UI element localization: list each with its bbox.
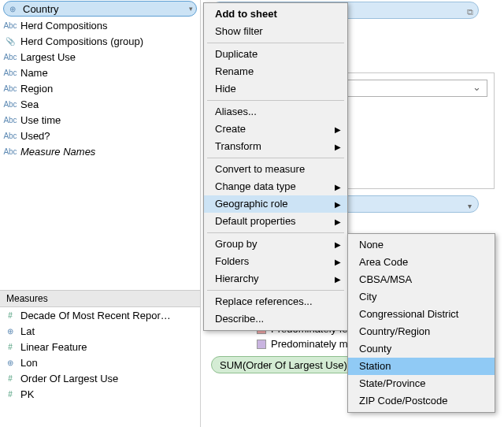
dimension-field[interactable]: ⊕Country▾ <box>3 1 197 17</box>
number-icon: # <box>3 390 17 399</box>
field-label: Herd Compositions <box>20 20 108 32</box>
field-label: Used? <box>20 130 50 142</box>
measure-field[interactable]: ⊕Lat <box>0 323 200 339</box>
menu-item-label: Create <box>215 123 246 135</box>
submenu-item[interactable]: ZIP Code/Postcode <box>348 392 495 410</box>
submenu-item[interactable]: None <box>348 236 495 254</box>
field-label: Use time <box>20 114 61 126</box>
number-icon: # <box>3 343 17 351</box>
menu-item-label: Replace references... <box>215 295 313 307</box>
menu-item-label: Add to sheet <box>215 8 277 20</box>
dimension-field[interactable]: 📎Herd Compositions (group) <box>0 33 200 49</box>
pill-label: SUM(Order Of Largest Use) <box>220 359 347 371</box>
menu-item[interactable]: Group by▶ <box>204 236 347 253</box>
menu-separator <box>207 290 344 291</box>
menu-item-label: Duplicate <box>215 48 258 60</box>
text-icon: Abc <box>3 53 17 61</box>
submenu-arrow-icon: ▶ <box>335 239 341 251</box>
menu-item[interactable]: Rename <box>204 63 347 80</box>
dimension-field[interactable]: AbcLargest Use <box>0 49 200 65</box>
globe-icon: ⊕ <box>3 327 17 336</box>
dimension-field[interactable]: AbcSea <box>0 96 200 112</box>
menu-item[interactable]: Describe... <box>204 310 347 328</box>
menu-item-label: Convert to measure <box>215 163 305 175</box>
text-icon: Abc <box>3 147 17 156</box>
menu-item[interactable]: Replace references... <box>204 293 347 310</box>
dimension-field[interactable]: AbcHerd Compositions <box>0 17 200 33</box>
dimension-field[interactable]: AbcUse time <box>0 112 200 128</box>
measure-field[interactable]: #Decade Of Most Recent Repor… <box>0 307 200 323</box>
submenu-item[interactable]: Station <box>348 358 495 375</box>
field-label: Measure Names <box>20 146 95 158</box>
submenu-item-label: None <box>359 239 384 251</box>
geographic-role-submenu: NoneArea CodeCBSA/MSACityCongressional D… <box>347 233 495 413</box>
text-icon: Abc <box>3 21 17 30</box>
menu-item-label: Geographic role <box>215 198 288 210</box>
menu-item-label: Transform <box>215 140 261 152</box>
menu-item[interactable]: Aliases... <box>204 103 347 121</box>
text-icon: Abc <box>3 132 17 140</box>
chevron-down-icon: ▾ <box>468 199 472 213</box>
menu-item: Folders▶ <box>204 253 347 270</box>
menu-item[interactable]: Transform▶ <box>204 138 347 155</box>
submenu-item[interactable]: Congressional District <box>348 306 495 323</box>
dimension-field[interactable]: AbcRegion <box>0 80 200 96</box>
field-label: Region <box>20 83 53 95</box>
submenu-item-label: ZIP Code/Postcode <box>359 395 448 407</box>
context-menu: Add to sheetShow filterDuplicateRenameHi… <box>203 2 348 331</box>
menu-item[interactable]: Geographic role▶ <box>204 195 347 213</box>
submenu-arrow-icon: ▶ <box>335 124 341 136</box>
submenu-item[interactable]: City <box>348 288 495 306</box>
legend-swatch <box>257 340 266 349</box>
menu-item[interactable]: Add to sheet <box>204 6 347 23</box>
measures-header: Measures <box>0 290 200 307</box>
menu-item[interactable]: Change data type▶ <box>204 178 347 195</box>
group-icon: 📎 <box>3 37 17 46</box>
field-label: PK <box>20 388 34 400</box>
field-label: Order Of Largest Use <box>20 373 118 384</box>
measure-field[interactable]: #Order Of Largest Use <box>0 370 200 386</box>
submenu-item-label: Congressional District <box>359 308 458 320</box>
submenu-item[interactable]: CBSA/MSA <box>348 271 495 288</box>
link-icon: ⧉ <box>467 6 473 19</box>
submenu-item[interactable]: State/Province <box>348 375 495 392</box>
menu-separator <box>207 232 344 233</box>
text-icon: Abc <box>3 116 17 124</box>
dimension-field[interactable]: AbcMeasure Names <box>0 143 200 159</box>
chevron-down-icon: ▾ <box>189 5 193 13</box>
field-label: Largest Use <box>20 51 76 63</box>
menu-item[interactable]: Default properties▶ <box>204 213 347 230</box>
submenu-item-label: Area Code <box>359 256 408 268</box>
globe-icon: ⊕ <box>3 358 17 367</box>
menu-item[interactable]: Show filter <box>204 23 347 40</box>
submenu-item-label: Country/Region <box>359 325 430 337</box>
submenu-item-label: CBSA/MSA <box>359 273 412 285</box>
submenu-arrow-icon: ▶ <box>335 216 341 228</box>
submenu-item[interactable]: Area Code <box>348 254 495 271</box>
submenu-item[interactable]: County <box>348 340 495 358</box>
menu-item[interactable]: Hide <box>204 80 347 98</box>
submenu-item[interactable]: Country/Region <box>348 323 495 340</box>
submenu-item-label: County <box>359 343 391 355</box>
menu-item[interactable]: Hierarchy▶ <box>204 270 347 288</box>
measure-field[interactable]: #Linear Feature <box>0 339 200 355</box>
menu-item[interactable]: Convert to measure <box>204 161 347 178</box>
text-icon: Abc <box>3 84 17 93</box>
menu-item-label: Rename <box>215 65 254 77</box>
measure-field[interactable]: ⊕Lon <box>0 355 200 370</box>
field-label: Sea <box>20 98 39 110</box>
submenu-arrow-icon: ▶ <box>335 199 341 211</box>
menu-item[interactable]: Duplicate <box>204 46 347 63</box>
field-label: Decade Of Most Recent Repor… <box>20 310 171 321</box>
menu-separator <box>207 43 344 43</box>
text-icon: Abc <box>3 69 17 77</box>
dimension-field[interactable]: AbcName <box>0 65 200 80</box>
menu-item-label: Change data type <box>215 180 296 192</box>
measure-field[interactable]: #PK <box>0 386 200 402</box>
dimension-field[interactable]: AbcUsed? <box>0 128 200 143</box>
menu-item-label: Describe... <box>215 313 264 325</box>
number-icon: # <box>3 311 17 320</box>
menu-item-label: Folders <box>215 255 249 267</box>
menu-item[interactable]: Create▶ <box>204 121 347 138</box>
menu-separator <box>207 158 344 158</box>
